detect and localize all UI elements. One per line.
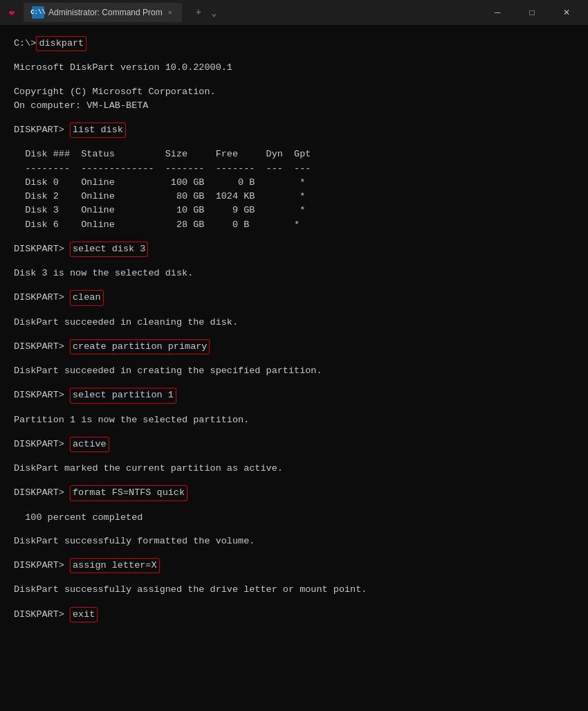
blank-line [14, 330, 574, 339]
tab-dropdown-button[interactable]: ⌄ [208, 6, 219, 20]
diskpart-prompt-1: DISKPART> [14, 123, 70, 137]
diskpart-prompt-7: DISKPART> [14, 486, 70, 500]
blank-line [14, 452, 574, 462]
table-header: Disk ### Status Size Free Dyn Gpt [14, 147, 574, 161]
cmd-exit-highlight: exit [70, 607, 98, 622]
cmd-line-create: DISKPART> create partition primary [14, 339, 574, 354]
cmd-select-disk-highlight: select disk 3 [70, 242, 148, 257]
terminal-tab-icon: C:\\ [32, 6, 44, 19]
blank-line [14, 573, 574, 583]
cmd-line-assign: DISKPART> assign letter=X [14, 558, 574, 573]
cmd-line-select-disk: DISKPART> select disk 3 [14, 242, 574, 257]
resp-active: DiskPart marked the current partition as… [14, 462, 574, 476]
blank-line [14, 138, 574, 147]
blank-line [14, 501, 574, 511]
blank-line [14, 525, 574, 534]
resp-sel-part: Partition 1 is now the selected partitio… [14, 413, 574, 427]
blank-line [14, 306, 574, 316]
diskpart-prompt-5: DISKPART> [14, 388, 70, 402]
maximize-button[interactable]: □ [516, 0, 548, 25]
resp-assign: DiskPart successfully assigned the drive… [14, 583, 574, 597]
close-button[interactable]: ✕ [551, 0, 582, 25]
title-bar-left: ❤ C:\\ Administrator: Command Prom ✕ + ⌄ [6, 3, 220, 22]
window-controls: ─ □ ✕ [481, 0, 582, 25]
blank-line [14, 51, 574, 61]
initial-prompt: C:\> [14, 37, 36, 51]
title-bar: ❤ C:\\ Administrator: Command Prom ✕ + ⌄… [0, 0, 588, 25]
blank-line [14, 476, 574, 485]
terminal-icon-inner: C:\\ [30, 9, 46, 16]
diskpart-prompt-4: DISKPART> [14, 340, 70, 354]
brand-icon: ❤ [6, 6, 18, 19]
minimize-button[interactable]: ─ [481, 0, 513, 25]
blank-line [14, 75, 574, 85]
terminal-tab[interactable]: C:\\ Administrator: Command Prom ✕ [24, 3, 182, 22]
blank-line [14, 404, 574, 413]
terminal-window: ❤ C:\\ Administrator: Command Prom ✕ + ⌄… [0, 0, 588, 711]
blank-line [14, 232, 574, 242]
tab-title: Administrator: Command Prom [48, 8, 163, 17]
cmd-list-disk-highlight: list disk [70, 123, 126, 138]
resp-format1: 100 percent completed [14, 511, 574, 525]
heart-icon: ❤ [9, 7, 15, 19]
cmd-line-clean: DISKPART> clean [14, 290, 574, 305]
cmd-format-highlight: format FS=NTFS quick [70, 485, 187, 501]
cmd-sel-part-highlight: select partition 1 [70, 388, 176, 403]
resp-clean: DiskPart succeeded in cleaning the disk. [14, 316, 574, 330]
cmd-clean-highlight: clean [70, 290, 104, 305]
cmd-line-diskpart: C:\>diskpart [14, 36, 574, 51]
blank-line [14, 280, 574, 290]
cmd-create-highlight: create partition primary [70, 339, 210, 354]
blank-line [14, 548, 574, 558]
cmd-assign-highlight: assign letter=X [70, 558, 160, 573]
cmd-active-highlight: active [70, 437, 109, 452]
blank-line [14, 378, 574, 388]
disk0-row: Disk 0 Online 100 GB 0 B * [14, 176, 574, 190]
blank-line [14, 427, 574, 437]
table-sep: -------- ------------- ------- ------- -… [14, 162, 574, 176]
blank-line [14, 257, 574, 267]
disk3-row: Disk 3 Online 10 GB 9 GB * [14, 204, 574, 217]
blank-line [14, 354, 574, 364]
copyright-line: Copyright (C) Microsoft Corporation. [14, 85, 574, 99]
computer-line: On computer: VM-LAB-BETA [14, 99, 574, 113]
version-line: Microsoft DiskPart version 10.0.22000.1 [14, 61, 574, 75]
cmd-line-list-disk: DISKPART> list disk [14, 123, 574, 138]
cmd-line-exit: DISKPART> exit [14, 607, 574, 622]
cmd-line-sel-part: DISKPART> select partition 1 [14, 388, 574, 403]
add-tab-button[interactable]: + [193, 6, 204, 19]
cmd-line-format: DISKPART> format FS=NTFS quick [14, 485, 574, 501]
disk6-row: Disk 6 Online 28 GB 0 B * [14, 218, 574, 232]
resp-create: DiskPart succeeded in creating the speci… [14, 364, 574, 378]
resp-select-disk: Disk 3 is now the selected disk. [14, 267, 574, 280]
close-tab-button[interactable]: ✕ [167, 7, 174, 18]
diskpart-prompt-6: DISKPART> [14, 438, 70, 451]
cmd-line-active: DISKPART> active [14, 437, 574, 452]
diskpart-prompt-2: DISKPART> [14, 242, 70, 256]
blank-line [14, 597, 574, 607]
diskpart-prompt-3: DISKPART> [14, 291, 70, 305]
blank-line [14, 113, 574, 123]
diskpart-prompt-8: DISKPART> [14, 559, 70, 573]
diskpart-prompt-9: DISKPART> [14, 608, 70, 622]
tab-controls: + ⌄ [193, 6, 220, 20]
terminal-body[interactable]: C:\>diskpart Microsoft DiskPart version … [0, 25, 588, 711]
resp-format2: DiskPart successfully formatted the volu… [14, 534, 574, 548]
cmd-diskpart-highlight: diskpart [36, 36, 86, 51]
disk2-row: Disk 2 Online 80 GB 1024 KB * [14, 190, 574, 204]
